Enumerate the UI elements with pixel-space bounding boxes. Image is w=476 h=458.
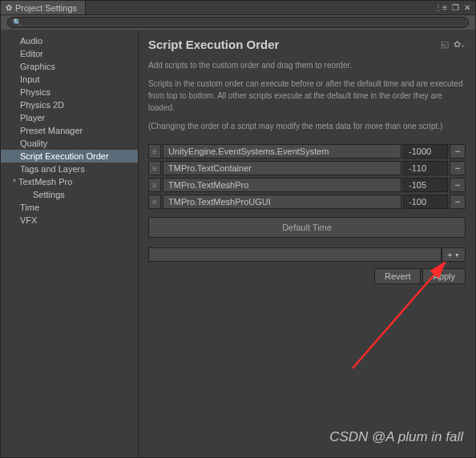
help-icon[interactable]: ◱ <box>441 39 449 50</box>
script-order-input[interactable]: -110 <box>403 161 448 175</box>
sidebar-item-physics[interactable]: Physics <box>1 86 138 98</box>
default-time-row: Default Time <box>148 217 466 238</box>
sidebar-item-script-execution-order[interactable]: Script Execution Order <box>1 150 138 163</box>
sidebar-item-physics-2d[interactable]: Physics 2D <box>1 98 138 111</box>
script-list: ≡UnityEngine.EventSystems.EventSystem-10… <box>148 143 466 211</box>
sidebar-item-vfx[interactable]: VFX <box>1 214 138 227</box>
script-order-input[interactable]: -100 <box>403 195 448 209</box>
description-2: Scripts in the custom order can execute … <box>148 78 466 114</box>
window-controls: ⋮≡ ❐ ✕ <box>433 3 475 12</box>
sidebar-item-tags-and-layers[interactable]: Tags and Layers <box>1 163 138 175</box>
sidebar-item-audio[interactable]: Audio <box>1 34 138 47</box>
script-order-input[interactable]: -1000 <box>403 144 448 159</box>
gear-icon: ✿ <box>6 3 12 12</box>
description-3: (Changing the order of a script may modi… <box>148 120 466 132</box>
apply-button[interactable]: Apply <box>422 268 466 284</box>
script-row: ≡TMPro.TextMeshProUGUI-100− <box>148 194 466 210</box>
window-title: Project Settings <box>15 3 77 13</box>
remove-script-button[interactable]: − <box>450 195 466 209</box>
drag-handle-icon[interactable]: ≡ <box>148 178 161 192</box>
revert-button[interactable]: Revert <box>374 268 421 284</box>
description-1: Add scripts to the custom order and drag… <box>148 59 466 71</box>
window-tab[interactable]: ✿ Project Settings <box>1 1 86 14</box>
remove-script-button[interactable]: − <box>450 161 466 175</box>
content-panel: Script Execution Order ◱ ✿₊ Add scripts … <box>139 30 475 457</box>
search-icon: 🔍 <box>13 18 22 26</box>
sidebar-item-time[interactable]: Time <box>1 201 138 214</box>
search-bar: 🔍 <box>1 15 475 30</box>
project-settings-window: ✿ Project Settings ⋮≡ ❐ ✕ 🔍 AudioEditorG… <box>0 0 476 458</box>
titlebar: ✿ Project Settings ⋮≡ ❐ ✕ <box>1 1 475 15</box>
script-row: ≡TMPro.TextMeshPro-105− <box>148 177 466 193</box>
script-name: TMPro.TextMeshProUGUI <box>163 195 401 209</box>
drag-handle-icon[interactable]: ≡ <box>148 195 161 209</box>
add-track <box>148 247 442 262</box>
drag-handle-icon[interactable]: ≡ <box>148 161 161 175</box>
script-name: TMPro.TextContainer <box>163 161 401 175</box>
search-input[interactable]: 🔍 <box>7 17 469 28</box>
sidebar-item-textmesh-pro[interactable]: TextMesh Pro <box>1 175 138 188</box>
settings-icon[interactable]: ✿₊ <box>454 39 466 50</box>
chevron-down-icon: ▼ <box>454 252 460 258</box>
script-order-input[interactable]: -105 <box>403 178 448 192</box>
watermark: CSDN @A plum in fall <box>329 429 463 445</box>
script-name: TMPro.TextMeshPro <box>163 178 401 192</box>
menu-icon[interactable]: ⋮≡ <box>433 3 449 12</box>
sidebar: AudioEditorGraphicsInputPhysicsPhysics 2… <box>1 30 139 457</box>
add-script-button[interactable]: + ▼ <box>442 247 466 262</box>
page-title: Script Execution Order <box>148 38 279 51</box>
sidebar-item-player[interactable]: Player <box>1 111 138 124</box>
sidebar-item-editor[interactable]: Editor <box>1 47 138 60</box>
script-row: ≡TMPro.TextContainer-110− <box>148 160 466 176</box>
sidebar-item-input[interactable]: Input <box>1 73 138 86</box>
script-name: UnityEngine.EventSystems.EventSystem <box>163 144 401 159</box>
popout-icon[interactable]: ❐ <box>450 3 461 12</box>
sidebar-item-quality[interactable]: Quality <box>1 137 138 150</box>
close-icon[interactable]: ✕ <box>462 3 472 12</box>
drag-handle-icon[interactable]: ≡ <box>148 144 161 159</box>
plus-icon: + <box>447 250 452 259</box>
sidebar-item-graphics[interactable]: Graphics <box>1 60 138 73</box>
script-row: ≡UnityEngine.EventSystems.EventSystem-10… <box>148 143 466 159</box>
remove-script-button[interactable]: − <box>450 144 466 159</box>
sidebar-item-settings[interactable]: Settings <box>1 188 138 201</box>
remove-script-button[interactable]: − <box>450 178 466 192</box>
sidebar-item-preset-manager[interactable]: Preset Manager <box>1 124 138 137</box>
